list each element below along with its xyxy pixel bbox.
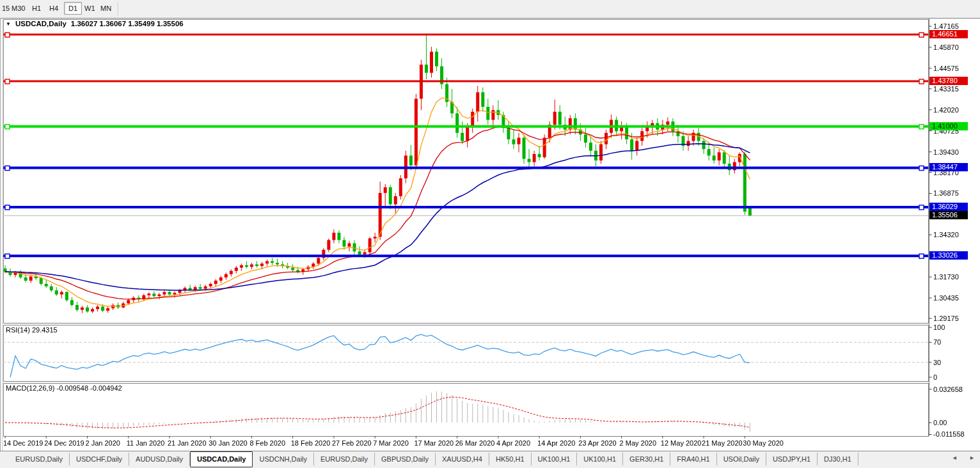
chart-tab-usdchf-daily[interactable]: USDCHF,Daily xyxy=(70,453,129,465)
chart-tab-gbpusd-daily[interactable]: GBPUSD,Daily xyxy=(375,453,436,465)
toolbar-divider xyxy=(118,2,119,15)
chart-tab-dj30-h1[interactable]: DJ30,H1 xyxy=(818,453,858,465)
timeframe-button-W1[interactable]: W1 xyxy=(84,4,95,12)
timeframe-button-D1[interactable]: D1 xyxy=(64,2,82,15)
timeframe-button-15[interactable]: 15 xyxy=(2,4,10,12)
timeframe-bar: 15M30H1H4D1W1MN xyxy=(0,0,980,18)
chart-tab-eurusd-daily[interactable]: EURUSD,Daily xyxy=(9,453,70,465)
chart-tab-fra40-h1[interactable]: FRA40,H1 xyxy=(670,453,716,465)
tab-scroll-left-button[interactable]: ◄ xyxy=(952,455,958,461)
timeframe-button-MN[interactable]: MN xyxy=(100,4,111,12)
chart-tab-uk100-h1[interactable]: UK100,H1 xyxy=(532,453,578,465)
chart-canvas[interactable] xyxy=(0,18,980,451)
chart-tab-usdcnh-daily[interactable]: USDCNH,Daily xyxy=(253,453,314,465)
chart-tab-usoil-daily[interactable]: USOil,Daily xyxy=(717,453,766,465)
chart-tab-uk100-h1[interactable]: UK100,H1 xyxy=(577,453,623,465)
chart-tab-eurusd-daily[interactable]: EURUSD,Daily xyxy=(314,453,375,465)
chart-tab-xauusd-h4[interactable]: XAUUSD,H4 xyxy=(436,453,489,465)
chart-tab-audusd-daily[interactable]: AUDUSD,Daily xyxy=(129,453,190,465)
timeframe-button-M30[interactable]: M30 xyxy=(12,4,25,12)
mt4-window: 15M30H1H4D1W1MN ▼ USDCAD,Daily 1.36027 1… xyxy=(0,0,980,468)
timeframe-button-H4[interactable]: H4 xyxy=(49,4,58,12)
timeframe-button-H1[interactable]: H1 xyxy=(32,4,41,12)
chart-tab-usdjpy-h1[interactable]: USDJPY,H1 xyxy=(766,453,818,465)
chart-tab-hk50-h1[interactable]: HK50,H1 xyxy=(489,453,532,465)
chart-tab-bar: EURUSD,DailyUSDCHF,DailyAUDUSD,DailyUSDC… xyxy=(0,451,980,468)
tab-scroll-controls: ◄ ► xyxy=(942,455,975,461)
tab-scroll-right-button[interactable]: ► xyxy=(969,455,975,461)
chart-tab-usdcad-daily[interactable]: USDCAD,Daily xyxy=(190,451,253,467)
chart-tab-ger30-h1[interactable]: GER30,H1 xyxy=(623,453,670,465)
